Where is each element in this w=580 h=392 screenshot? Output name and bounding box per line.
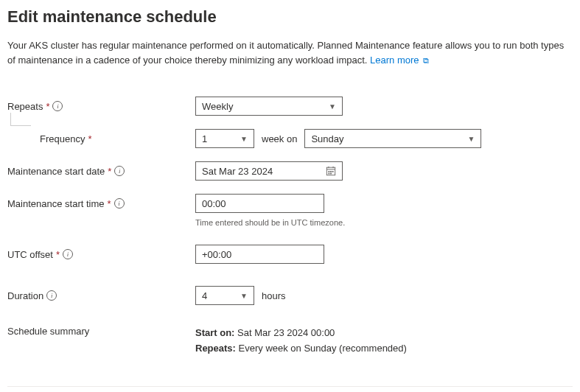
info-icon[interactable]: i [63, 249, 73, 259]
frequency-label: Frequency [40, 133, 85, 144]
required-marker: * [46, 101, 49, 112]
chevron-down-icon: ▼ [240, 135, 248, 143]
external-link-icon: ⧉ [423, 55, 429, 67]
svg-rect-8 [330, 173, 332, 175]
svg-rect-6 [332, 171, 334, 172]
calendar-icon [326, 166, 336, 176]
required-marker: * [88, 133, 91, 144]
info-icon[interactable]: i [114, 198, 125, 209]
duration-select[interactable]: 4 ▼ [195, 286, 254, 305]
info-icon[interactable]: i [52, 101, 63, 111]
duration-label: Duration [7, 290, 43, 301]
learn-more-link[interactable]: Learn more ⧉ [370, 55, 429, 66]
info-icon[interactable]: i [114, 166, 125, 176]
duration-unit: hours [262, 290, 286, 301]
page-description: Your AKS cluster has regular maintenance… [7, 38, 573, 67]
chevron-down-icon: ▼ [240, 292, 248, 300]
frequency-mid-text: week on [262, 133, 297, 144]
summary-label: Schedule summary [7, 326, 89, 337]
repeats-select[interactable]: Weekly ▼ [195, 97, 343, 116]
svg-rect-4 [329, 171, 330, 172]
start-time-helper: Time entered should be in UTC timezone. [195, 218, 345, 227]
chevron-down-icon: ▼ [468, 135, 475, 143]
svg-rect-5 [330, 171, 332, 172]
info-icon[interactable]: i [46, 290, 57, 301]
start-date-label: Maintenance start date [7, 166, 105, 177]
footer-actions: Save Cancel Remove schedule [7, 386, 573, 392]
tree-connector [10, 113, 31, 126]
chevron-down-icon: ▼ [329, 102, 336, 111]
page-title: Edit maintenance schedule [7, 7, 573, 27]
start-date-input[interactable]: Sat Mar 23 2024 [195, 161, 343, 181]
schedule-summary: Start on: Sat Mar 23 2024 00:00 Repeats:… [195, 326, 407, 357]
frequency-day-select[interactable]: Sunday ▼ [304, 129, 481, 148]
required-marker: * [108, 166, 111, 177]
frequency-count-select[interactable]: 1 ▼ [195, 129, 254, 148]
start-time-input[interactable]: 00:00 [195, 194, 324, 213]
required-marker: * [108, 198, 111, 209]
svg-rect-7 [329, 173, 330, 175]
utc-offset-label: UTC offset [7, 249, 53, 260]
repeats-label: Repeats [7, 101, 43, 112]
start-time-label: Maintenance start time [7, 198, 105, 209]
utc-offset-input[interactable]: +00:00 [195, 245, 324, 264]
required-marker: * [56, 249, 60, 260]
